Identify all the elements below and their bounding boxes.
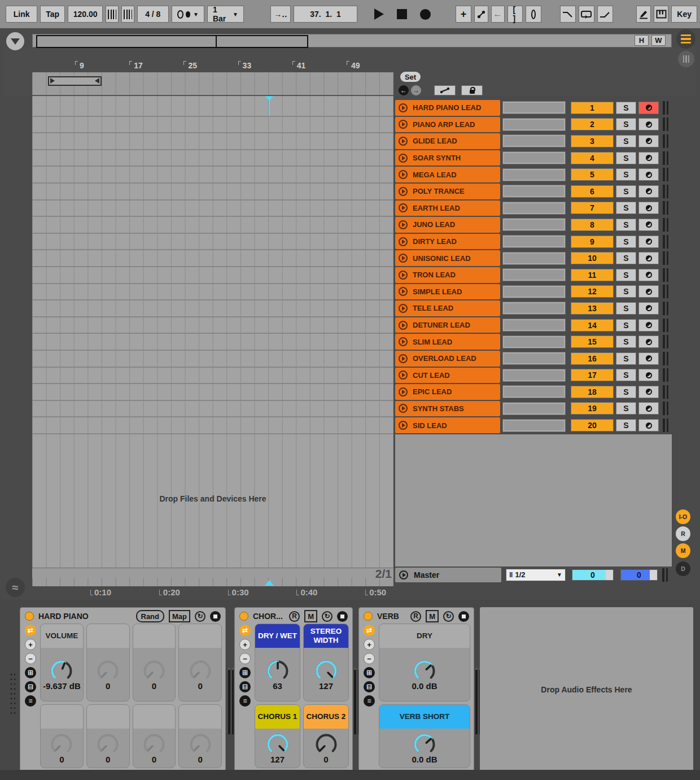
track-io-box[interactable] [502, 419, 566, 432]
macro-value[interactable]: 63 [273, 681, 282, 691]
track-name[interactable]: MEGA LEAD [413, 171, 457, 179]
track-name[interactable]: DETUNER LEAD [413, 321, 470, 329]
track-row[interactable]: EPIC LEAD 18 S [395, 384, 673, 400]
solo-button[interactable]: S [616, 302, 636, 315]
solo-button[interactable]: S [616, 152, 636, 164]
macro-knob[interactable] [186, 659, 215, 683]
track-title[interactable]: PIANO ARP LEAD [395, 117, 500, 133]
mixer-panel-toggle[interactable] [678, 51, 694, 67]
track-title[interactable]: SOAR SYNTH [395, 150, 500, 166]
arm-button[interactable] [638, 102, 659, 114]
link-button[interactable]: Link [6, 6, 37, 23]
solo-button[interactable]: S [616, 319, 636, 332]
devices-section-toggle[interactable]: D [676, 561, 690, 576]
macro-value[interactable]: 0 [106, 681, 110, 691]
solo-button[interactable]: S [616, 118, 636, 130]
track-title[interactable]: TRON LEAD [395, 267, 500, 283]
arm-button[interactable] [638, 352, 659, 365]
track-name[interactable]: EPIC LEAD [413, 387, 452, 396]
track-name[interactable]: PIANO ARP LEAD [413, 120, 475, 129]
delete-variation-icon[interactable]: ⊟ [25, 681, 36, 692]
macro-value[interactable]: -9.637 dB [43, 681, 81, 691]
punch-in-button[interactable] [560, 6, 576, 23]
playhead-bottom-marker[interactable] [265, 580, 274, 586]
nudge-down-button[interactable] [106, 6, 119, 23]
track-title[interactable]: SLIM LEAD [395, 334, 500, 350]
track-name[interactable]: JUNO LEAD [413, 220, 455, 229]
record-button[interactable] [415, 6, 436, 23]
macro-panel[interactable]: 0 [86, 624, 130, 701]
track-number-button[interactable]: 5 [571, 168, 614, 181]
track-io-box[interactable] [502, 319, 566, 332]
stop-button[interactable] [392, 6, 412, 23]
track-number-button[interactable]: 10 [571, 252, 614, 264]
track-title[interactable]: JUNO LEAD [395, 217, 500, 233]
arm-button[interactable] [638, 285, 659, 298]
track-name[interactable]: TRON LEAD [413, 271, 456, 279]
arm-button[interactable] [638, 168, 659, 181]
track-row[interactable]: SYNTH STABS 19 S [395, 401, 673, 417]
track-row[interactable]: TELE LEAD 13 S [395, 300, 673, 316]
track-name[interactable]: SLIM LEAD [413, 338, 452, 346]
track-title[interactable]: SYNTH STABS [395, 401, 500, 417]
set-locator-button[interactable]: Set [400, 72, 421, 82]
track-name[interactable]: SID LEAD [413, 421, 447, 430]
track-number-button[interactable]: 7 [571, 202, 614, 214]
track-name[interactable]: SOAR SYNTH [413, 154, 461, 162]
track-title[interactable]: CUT LEAD [395, 368, 500, 384]
macro-knob[interactable] [93, 732, 123, 757]
track-number-button[interactable]: 16 [571, 352, 614, 365]
macro-value[interactable]: 0.0 dB [412, 681, 437, 691]
time-ruler[interactable]: 2/1 [32, 568, 393, 586]
track-title[interactable]: SID LEAD [395, 417, 500, 433]
hotswap-rack-icon[interactable]: ↻ [322, 611, 333, 622]
computer-midi-keyboard-button[interactable] [654, 6, 668, 23]
device-name[interactable]: VERB [377, 612, 399, 621]
master-routing-select[interactable]: ‖ 1/2 ▼ [506, 569, 566, 581]
crossfade-view-button[interactable]: ≈ [6, 578, 25, 597]
track-row[interactable]: TRON LEAD 11 S [395, 267, 673, 283]
track-io-box[interactable] [502, 268, 566, 281]
solo-button[interactable]: S [616, 419, 636, 432]
track-io-box[interactable] [502, 335, 566, 348]
arm-button[interactable] [638, 386, 659, 398]
track-row[interactable]: OVERLOAD LEAD 16 S [395, 351, 673, 367]
track-name[interactable]: EARTH LEAD [413, 204, 460, 212]
macro-panel[interactable]: 0 [133, 624, 176, 701]
track-number-button[interactable]: 12 [571, 285, 614, 298]
arm-button[interactable] [638, 252, 659, 264]
new-variation-icon[interactable]: ⊞ [239, 667, 251, 678]
arm-button[interactable] [638, 302, 659, 315]
track-io-box[interactable] [502, 252, 566, 265]
arrangement-position-field[interactable]: 37. 1. 1 [294, 6, 357, 23]
macro-panel[interactable]: 0 [133, 704, 176, 768]
macro-knob[interactable] [139, 732, 169, 757]
macro-knob[interactable] [263, 732, 292, 757]
macro-value[interactable]: 0 [323, 755, 328, 764]
macro-value[interactable]: 0.0 dB [412, 755, 437, 764]
device-activator[interactable] [239, 612, 248, 621]
solo-button[interactable]: S [616, 352, 636, 365]
hotswap-icon[interactable]: ⇄ [25, 625, 36, 636]
track-row[interactable]: EARTH LEAD 7 S [395, 201, 673, 216]
track-row[interactable]: SLIM LEAD 15 S [395, 334, 673, 350]
macro-value[interactable]: 0 [106, 755, 110, 764]
macro-value[interactable]: 0 [198, 681, 202, 691]
overview-viewport[interactable] [36, 35, 308, 48]
macro-knob[interactable] [139, 659, 169, 683]
arm-button[interactable] [638, 319, 659, 332]
macro-panel[interactable]: VERB SHORT 0.0 dB [379, 704, 470, 768]
track-number-button[interactable]: 11 [571, 269, 614, 281]
master-pan-field[interactable]: 0 [572, 569, 614, 581]
device-hard-piano[interactable]: HARD PIANO Rand Map ↻ ⇄ + − ⊞ ⊟ ≡ [20, 607, 226, 772]
track-title[interactable]: TELE LEAD [395, 300, 500, 316]
solo-button[interactable]: S [616, 168, 636, 181]
arm-button[interactable] [638, 135, 659, 147]
macro-knob[interactable] [410, 659, 439, 683]
track-title[interactable]: HARD PIANO LEAD [395, 100, 500, 116]
track-io-box[interactable] [502, 118, 566, 131]
solo-button[interactable]: S [616, 202, 636, 214]
track-io-box[interactable] [502, 402, 566, 415]
variation-list-icon[interactable]: ≡ [364, 695, 375, 707]
macro-panel[interactable]: CHORUS 2 0 [303, 704, 349, 768]
